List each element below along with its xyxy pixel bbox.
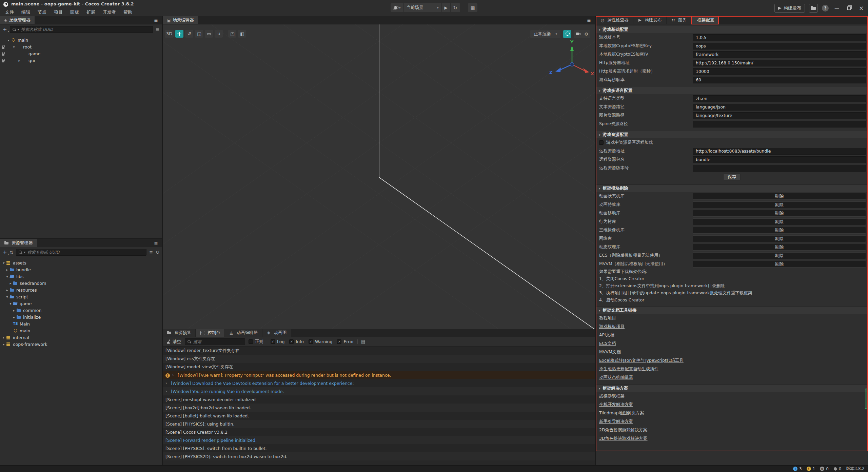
asset-row[interactable]: oops-framework [0,341,162,348]
expand-caret-icon[interactable] [5,295,9,299]
remove-module-button[interactable]: 剔除 [693,218,866,225]
close-button[interactable]: × [857,4,865,13]
log-filter-checkbox[interactable]: ✓ Warning [309,339,332,344]
error-count[interactable]: × 0 [820,467,829,471]
minimize-button[interactable]: — [833,4,841,13]
doc-link[interactable]: Excel格式转Json文件与TypeScript代码工具 [599,358,684,363]
console-log-row[interactable]: [Scene] Forward render pipeline initiali… [163,436,595,444]
solution-link[interactable]: 全栈开发解决方案 [599,402,633,408]
panel-menu-icon[interactable]: ≡ [587,16,591,24]
section-header-basic[interactable]: ▾ 游戏基础配置 [596,26,868,33]
field-input[interactable]: 10000 [693,68,866,75]
asset-row[interactable]: assets [0,259,162,266]
console-log-row[interactable]: [Window] You are running Vue in developm… [163,387,595,395]
section-header-resources[interactable]: ▾ 游戏资源配置 [596,131,868,138]
remove-module-button[interactable]: 剔除 [693,210,866,217]
menu-item[interactable]: 面板 [66,9,83,15]
remote-load-checkbox[interactable]: 游戏中资源是否远程加载 [596,138,868,147]
tab-assets[interactable]: 资源管理器 [0,239,37,247]
console-search[interactable] [185,338,245,345]
open-project-folder-button[interactable] [809,4,818,13]
asset-row[interactable]: initialize [0,314,162,320]
field-input[interactable]: http://192.168.0.150/main/ [693,60,866,66]
expand-caret-icon[interactable] [8,302,13,306]
log-filter-checkbox[interactable]: ✓ Info [289,339,304,344]
expand-caret-icon[interactable] [1,261,6,265]
coordinate-toggle-button[interactable]: ◧ [238,30,246,38]
field-input[interactable]: 60 [693,77,866,83]
console-tab[interactable]: 动画编辑器 [225,329,262,337]
console-log-row[interactable]: [Window] [Vue warn]: Property "onInput" … [163,371,595,379]
expand-caret-icon[interactable] [6,38,11,42]
tab-hierarchy[interactable]: ◈ 层级管理器 [0,16,35,24]
asset-row[interactable]: bundle [0,266,162,273]
mode-3d-button[interactable]: 3D [165,30,174,38]
scene-select-dropdown[interactable]: 当前场景 ▾ [404,3,442,12]
hierarchy-node-row[interactable]: gui [0,57,162,64]
solution-link[interactable]: 2D角色扮演游戏解决方案 [599,427,648,433]
console-log-row[interactable]: [Scene] [PHYSICS]: switch from builtin t… [163,444,595,452]
expand-caret-icon[interactable] [1,336,6,339]
expand-arrow-icon[interactable] [165,389,171,394]
clear-console-button[interactable]: 清空 [166,339,181,345]
assets-search[interactable]: ▾ [16,249,146,256]
console-log-row[interactable]: [Window] render_texture文件夹存在 [163,347,595,355]
lock-icon[interactable] [1,38,6,42]
asset-row[interactable]: libs [0,273,162,280]
scale-tool-button[interactable]: ◱ [195,30,203,38]
doc-link[interactable]: 游戏模板项目 [599,324,625,330]
restore-button[interactable] [845,4,853,13]
rect-tool-button[interactable]: ▭ [205,30,213,38]
inspector-tab[interactable]: 构建发布 [633,16,666,24]
field-input[interactable]: bundle [693,156,866,163]
preview-target-button[interactable]: ▾ [391,3,404,12]
hierarchy-node-row[interactable]: game [0,50,162,57]
hierarchy-search-input[interactable] [20,27,151,32]
lock-icon[interactable] [1,58,6,63]
console-log-row[interactable]: [Scene] meshopt wasm decoder initialized [163,395,595,404]
pivot-toggle-button[interactable]: ◳ [228,30,236,38]
hierarchy-node-row[interactable]: root [0,43,162,50]
console-tab[interactable]: 动画图 [262,329,291,337]
solution-link[interactable]: Tiledmap地图解决方案 [599,410,644,416]
preview-qr-button[interactable]: ▦ [468,3,477,12]
menu-item[interactable]: 帮助 [120,9,136,15]
field-input[interactable] [693,121,866,127]
asset-row[interactable]: common [0,307,162,314]
console-tab[interactable]: 资源预览 [163,329,195,337]
console-log-row[interactable]: [Window] Download the Vue Devtools exten… [163,379,595,387]
scrollbar-thumb[interactable] [865,389,867,409]
expand-caret-icon[interactable] [1,342,6,346]
remove-module-button[interactable]: 剔除 [693,252,866,259]
move-tool-button[interactable] [175,30,183,38]
field-input[interactable]: 1.0.5 [693,34,866,41]
menu-item[interactable]: 开发者 [99,9,120,15]
help-button[interactable]: ? [822,5,829,12]
section-header-language[interactable]: ▾ 游戏多语言配置 [596,87,868,94]
section-header-modules[interactable]: ▾ 框架模块剔除 [596,184,868,192]
camera-settings-button[interactable] [574,30,582,38]
console-log-row[interactable]: [Window] ecs文件夹存在 [163,355,595,363]
expand-caret-icon[interactable] [12,45,16,49]
remove-module-button[interactable]: 剔除 [693,261,866,268]
log-file-icon[interactable]: ▤ [361,339,365,344]
doc-link[interactable]: 动画状态机编辑器 [599,375,633,380]
log-filter-checkbox[interactable]: ✓ Error [337,339,354,344]
asset-row[interactable]: resources [0,287,162,293]
field-input[interactable] [693,165,866,172]
doc-link[interactable]: 教程项目 [599,315,616,321]
menu-item[interactable]: 文件 [1,9,18,15]
solution-link[interactable]: 3D角色扮演游戏解决方案 [599,436,648,441]
remove-module-button[interactable]: 剔除 [693,235,866,242]
panel-menu-icon[interactable]: ≡ [154,16,158,24]
expand-caret-icon[interactable] [8,281,13,285]
log-filter-checkbox[interactable]: ✓ Log [271,339,284,344]
expand-caret-icon[interactable] [5,288,9,292]
field-input[interactable]: language/texture [693,112,866,119]
remove-module-button[interactable]: 剔除 [693,193,866,200]
expand-caret-icon[interactable] [5,268,9,272]
render-mode-dropdown[interactable]: 正常渲染 ▾ [530,30,560,38]
refresh-icon[interactable]: ↻ [156,250,159,255]
assets-search-input[interactable] [27,250,144,255]
field-input[interactable]: framework [693,51,866,58]
